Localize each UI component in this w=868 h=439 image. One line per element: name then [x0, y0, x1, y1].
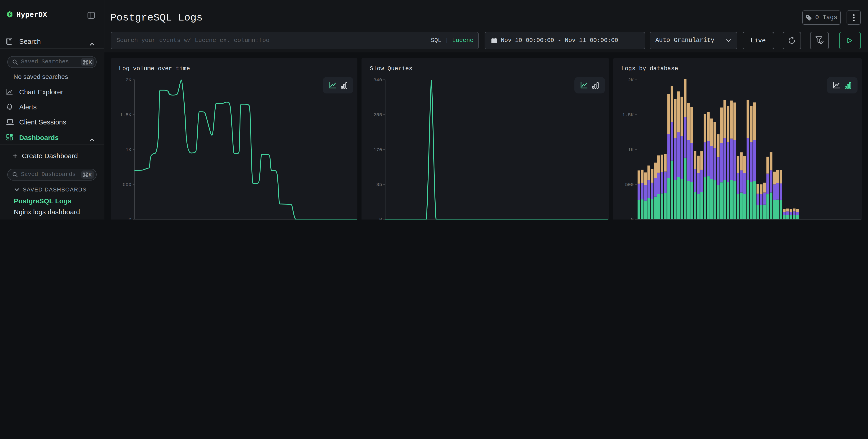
svg-text:255: 255: [373, 113, 382, 118]
svg-text:2K: 2K: [628, 77, 634, 83]
svg-text:1K: 1K: [125, 147, 131, 153]
svg-text:170: 170: [373, 147, 382, 153]
svg-text:85: 85: [376, 182, 382, 187]
svg-text:0: 0: [128, 217, 131, 220]
svg-text:0: 0: [379, 217, 382, 220]
svg-text:1.5K: 1.5K: [120, 113, 131, 118]
svg-text:1K: 1K: [628, 147, 634, 153]
svg-text:500: 500: [123, 182, 131, 187]
svg-text:340: 340: [373, 77, 382, 83]
svg-text:2K: 2K: [125, 77, 131, 83]
svg-text:500: 500: [625, 182, 634, 187]
svg-text:0: 0: [631, 217, 634, 220]
svg-text:1.5K: 1.5K: [622, 113, 634, 118]
